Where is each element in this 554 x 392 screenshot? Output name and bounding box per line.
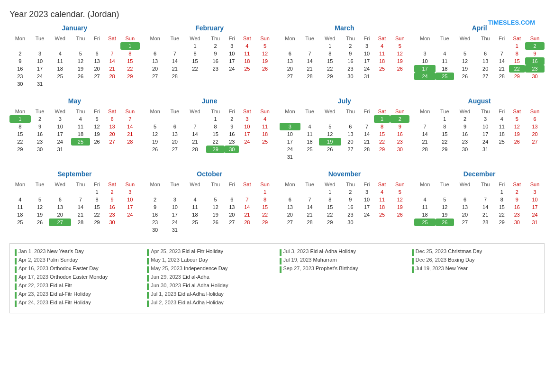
cal-day: 27 [225, 219, 239, 226]
cal-day: 7 [476, 196, 495, 203]
cal-day: 8 [319, 196, 341, 203]
cal-day: 5 [90, 115, 104, 123]
cal-day: 24 [49, 138, 71, 146]
cal-day: 16 [390, 130, 409, 138]
day-header-sun: Sun [255, 35, 275, 42]
cal-day: 27 [341, 146, 360, 153]
day-header-tue: Tue [436, 181, 454, 188]
cal-day: 21 [300, 211, 319, 219]
cal-day: 19 [509, 130, 525, 138]
cal-day: 25 [239, 65, 255, 73]
cal-day: 19 [319, 138, 341, 146]
site-link[interactable]: TIMESLES.COM [488, 19, 535, 26]
cal-day: 31 [525, 219, 545, 226]
cal-day: 31 [280, 153, 301, 161]
cal-day: 2 [104, 188, 120, 196]
cal-day: 11 [374, 50, 390, 57]
holiday-text: May 25, 2023 Independence Day [151, 265, 227, 271]
cal-day: 2 [206, 42, 225, 50]
cal-day: 3 [49, 115, 71, 123]
holiday-entry: Dec 25, 2023 Christmas Day [412, 248, 539, 256]
cal-day: 8 [319, 50, 341, 57]
cal-day [300, 42, 319, 50]
cal-day: 5 [390, 188, 409, 196]
holiday-bar [147, 249, 149, 256]
day-header-sat: Sat [374, 181, 390, 188]
day-header-wed: Wed [319, 181, 341, 188]
cal-day [239, 226, 255, 234]
day-header-wed: Wed [49, 35, 71, 42]
cal-day [184, 73, 206, 80]
cal-day: 29 [255, 219, 275, 226]
cal-day: 6 [280, 50, 301, 57]
cal-day: 27 [280, 219, 301, 226]
cal-day [184, 115, 206, 123]
cal-day: 20 [341, 138, 360, 146]
holiday-text: Jul 3, 2023 Eid al-Adha Holiday [283, 248, 356, 254]
cal-day: 6 [476, 50, 495, 57]
cal-day: 24 [165, 219, 184, 226]
cal-day [255, 73, 275, 80]
cal-day: 20 [90, 65, 104, 73]
cal-day [225, 226, 239, 234]
day-header-mon: Mon [280, 181, 301, 188]
cal-day: 27 [104, 138, 120, 146]
holiday-text: Jul 19, 2023 Muharram [283, 257, 337, 263]
cal-day: 27 [525, 138, 545, 146]
cal-day: 11 [414, 203, 436, 211]
cal-day [476, 188, 495, 196]
holiday-entry: Apr 22, 2023 Eid al-Fitr [15, 283, 142, 290]
cal-day: 25 [414, 219, 436, 226]
cal-day: 2 [509, 188, 525, 196]
cal-day: 4 [374, 42, 390, 50]
day-header-mon: Mon [9, 35, 31, 42]
cal-day: 26 [509, 138, 525, 146]
cal-day: 1 [120, 42, 140, 50]
cal-day: 13 [104, 123, 120, 130]
day-header-fri: Fri [360, 35, 374, 42]
holiday-col-1: Apr 25, 2023 Eid al-Fitr HolidayMay 1, 2… [147, 248, 274, 308]
day-header-sun: Sun [255, 181, 275, 188]
cal-day: 29 [374, 146, 390, 153]
cal-day: 18 [374, 203, 390, 211]
cal-day [454, 42, 476, 50]
cal-day: 20 [280, 65, 301, 73]
day-header-thu: Thu [341, 35, 360, 42]
cal-day [319, 115, 341, 123]
cal-day: 8 [90, 196, 104, 203]
cal-day: 28 [300, 73, 319, 80]
cal-day: 3 [525, 188, 545, 196]
day-header-sat: Sat [509, 35, 525, 42]
cal-day: 15 [319, 203, 341, 211]
cal-day [239, 146, 255, 153]
day-header-wed: Wed [49, 108, 71, 115]
cal-day: 23 [145, 219, 166, 226]
cal-day [280, 188, 301, 196]
holiday-text: Apr 17, 2023 Orthodox Easter Monday [18, 274, 108, 280]
day-header-mon: Mon [414, 108, 436, 115]
cal-day: 5 [206, 196, 225, 203]
cal-day: 13 [49, 203, 71, 211]
cal-day [71, 42, 90, 50]
cal-day [436, 42, 454, 50]
cal-day [414, 188, 436, 196]
holiday-text: Jul 19, 2023 New Year [416, 265, 468, 271]
cal-day: 15 [9, 130, 31, 138]
cal-day: 11 [436, 57, 454, 65]
cal-day: 28 [165, 73, 184, 80]
cal-day: 30 [525, 73, 545, 80]
holiday-col-2: Jul 3, 2023 Eid al-Adha HolidayJul 19, 2… [280, 248, 407, 308]
cal-day: 12 [319, 130, 341, 138]
cal-day [206, 188, 225, 196]
cal-day [71, 80, 90, 88]
cal-day: 11 [239, 50, 255, 57]
cal-day: 28 [239, 219, 255, 226]
cal-day [90, 42, 104, 50]
holiday-entry: Apr 24, 2023 Eid al-Fitr Holiday [15, 300, 142, 307]
cal-day [390, 153, 409, 161]
cal-day: 12 [31, 203, 49, 211]
cal-day [495, 42, 509, 50]
day-header-sat: Sat [104, 35, 120, 42]
cal-day: 7 [239, 196, 255, 203]
cal-day: 11 [49, 57, 71, 65]
